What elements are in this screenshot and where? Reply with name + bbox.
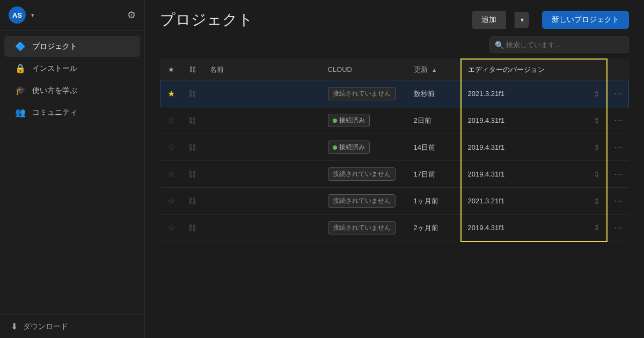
td-more-menu[interactable]: ··· <box>607 215 629 241</box>
chain-icon: ⛓ <box>188 116 196 125</box>
td-more-menu[interactable]: ··· <box>607 107 629 134</box>
add-button[interactable]: 追加 <box>472 11 506 29</box>
sidebar-item-install[interactable]: 🔒 インストール <box>4 58 140 79</box>
star-empty-icon: ☆ <box>167 116 175 125</box>
td-editor-version: 2019.4.31f1⇕ <box>461 161 607 188</box>
td-editor-version: 2019.4.31f1⇕ <box>461 134 607 161</box>
sidebar-item-community[interactable]: 👥 コミュニティ <box>4 102 140 123</box>
more-dots-icon[interactable]: ··· <box>614 88 622 99</box>
table-row: ☆⛓接続済み2日前2019.4.31f1⇕··· <box>160 107 629 134</box>
td-updated: 14日前 <box>407 134 461 161</box>
page-title: プロジェクト <box>160 10 463 30</box>
td-more-menu[interactable]: ··· <box>607 188 629 215</box>
table-body: ★⛓接続されていません数秒前2021.3.21f1⇕···☆⛓接続済み2日前20… <box>160 80 629 241</box>
td-cloud-status: 接続されていません <box>321 161 407 188</box>
td-editor-version: 2019.4.31f1⇕ <box>461 215 607 241</box>
sidebar-item-projects[interactable]: 🔷 プロジェクト <box>4 36 140 57</box>
td-star[interactable]: ☆ <box>160 215 182 241</box>
td-star[interactable]: ☆ <box>160 161 182 188</box>
avatar[interactable]: AS <box>9 6 26 24</box>
table-row: ☆⛓接続されていません1ヶ月前2021.3.21f1⇕··· <box>160 188 629 215</box>
avatar-chevron-icon[interactable]: ▾ <box>31 12 34 19</box>
chain-icon: ⛓ <box>188 223 196 232</box>
sidebar-item-label-projects: プロジェクト <box>32 42 77 52</box>
version-stepper-icon[interactable]: ⇕ <box>594 143 600 152</box>
td-project-name <box>203 161 321 188</box>
td-more-menu[interactable]: ··· <box>607 161 629 188</box>
more-dots-icon[interactable]: ··· <box>614 195 622 206</box>
td-project-name <box>203 188 321 215</box>
connected-dot-icon <box>333 145 337 150</box>
main-header: プロジェクト 追加 ▾ 新しいプロジェクト <box>145 0 644 36</box>
search-input[interactable] <box>489 36 629 53</box>
version-value: 2019.4.31f1 <box>468 224 505 232</box>
version-value: 2021.3.21f1 <box>468 90 505 98</box>
sidebar-top: AS ▾ ⚙ <box>0 0 144 31</box>
table-row: ★⛓接続されていません数秒前2021.3.21f1⇕··· <box>160 80 629 107</box>
td-cloud-status: 接続されていません <box>321 80 407 107</box>
td-star[interactable]: ☆ <box>160 188 182 215</box>
star-empty-icon: ☆ <box>167 223 175 232</box>
add-dropdown-button[interactable]: ▾ <box>515 12 529 28</box>
td-cloud-status: 接続されていません <box>321 188 407 215</box>
projects-icon: 🔷 <box>15 41 26 52</box>
th-name: 名前 <box>203 59 321 80</box>
version-stepper-icon[interactable]: ⇕ <box>594 116 600 125</box>
sidebar-download[interactable]: ⬇ ダウンロード <box>0 314 144 338</box>
th-updated: 更新 ▲ <box>407 59 461 80</box>
sidebar-item-label-community: コミュニティ <box>32 108 77 117</box>
star-header-icon: ★ <box>168 65 174 74</box>
more-dots-icon[interactable]: ··· <box>614 142 622 152</box>
learn-icon: 🎓 <box>15 85 26 95</box>
td-cloud-status: 接続済み <box>321 107 407 134</box>
td-link: ⛓ <box>182 188 203 215</box>
connected-badge: 接続済み <box>328 114 370 127</box>
sort-arrow-icon: ▲ <box>431 67 437 73</box>
version-stepper-icon[interactable]: ⇕ <box>594 90 600 98</box>
version-value: 2019.4.31f1 <box>468 116 505 124</box>
main-content: プロジェクト 追加 ▾ 新しいプロジェクト 🔍 ★ ⛓ 名前 CLOUD <box>145 0 644 338</box>
sidebar-nav: 🔷 プロジェクト 🔒 インストール 🎓 使い方を学ぶ 👥 コミュニティ <box>0 31 144 314</box>
table-row: ☆⛓接続されていません17日前2019.4.31f1⇕··· <box>160 161 629 188</box>
td-star[interactable]: ☆ <box>160 107 182 134</box>
version-value: 2019.4.31f1 <box>468 170 505 178</box>
more-dots-icon[interactable]: ··· <box>614 222 622 233</box>
download-icon: ⬇ <box>11 321 18 332</box>
star-empty-icon: ☆ <box>167 170 175 179</box>
th-dots <box>607 59 629 80</box>
version-stepper-icon[interactable]: ⇕ <box>594 170 600 179</box>
new-project-button[interactable]: 新しいプロジェクト <box>542 11 629 29</box>
sidebar-item-learn[interactable]: 🎓 使い方を学ぶ <box>4 80 140 101</box>
td-project-name <box>203 134 321 161</box>
td-project-name <box>203 107 321 134</box>
more-dots-icon[interactable]: ··· <box>614 115 622 126</box>
version-value: 2021.3.21f1 <box>468 197 505 205</box>
version-stepper-icon[interactable]: ⇕ <box>594 197 600 205</box>
settings-gear-icon[interactable]: ⚙ <box>127 9 136 21</box>
td-more-menu[interactable]: ··· <box>607 80 629 107</box>
project-table-wrapper: ★ ⛓ 名前 CLOUD 更新 ▲ エディターのバージョン ★⛓接続されていま <box>145 58 644 338</box>
chain-icon: ⛓ <box>188 143 196 152</box>
td-star[interactable]: ☆ <box>160 134 182 161</box>
more-dots-icon[interactable]: ··· <box>614 168 622 179</box>
td-more-menu[interactable]: ··· <box>607 134 629 161</box>
version-stepper-icon[interactable]: ⇕ <box>594 223 600 232</box>
install-icon: 🔒 <box>15 63 26 74</box>
th-star: ★ <box>160 59 182 80</box>
td-link: ⛓ <box>182 134 203 161</box>
td-link: ⛓ <box>182 161 203 188</box>
table-row: ☆⛓接続されていません2ヶ月前2019.4.31f1⇕··· <box>160 215 629 241</box>
td-updated: 17日前 <box>407 161 461 188</box>
disconnected-badge: 接続されていません <box>328 221 396 234</box>
disconnected-badge: 接続されていません <box>328 194 396 208</box>
td-cloud-status: 接続されていません <box>321 215 407 241</box>
star-empty-icon: ☆ <box>167 143 175 152</box>
td-star[interactable]: ★ <box>160 80 182 107</box>
connected-dot-icon <box>333 119 337 123</box>
td-updated: 数秒前 <box>407 80 461 107</box>
td-editor-version: 2019.4.31f1⇕ <box>461 107 607 134</box>
disconnected-badge: 接続されていません <box>328 167 396 181</box>
search-icon: 🔍 <box>495 41 504 49</box>
disconnected-badge: 接続されていません <box>328 87 396 100</box>
version-value: 2019.4.31f1 <box>468 143 505 151</box>
